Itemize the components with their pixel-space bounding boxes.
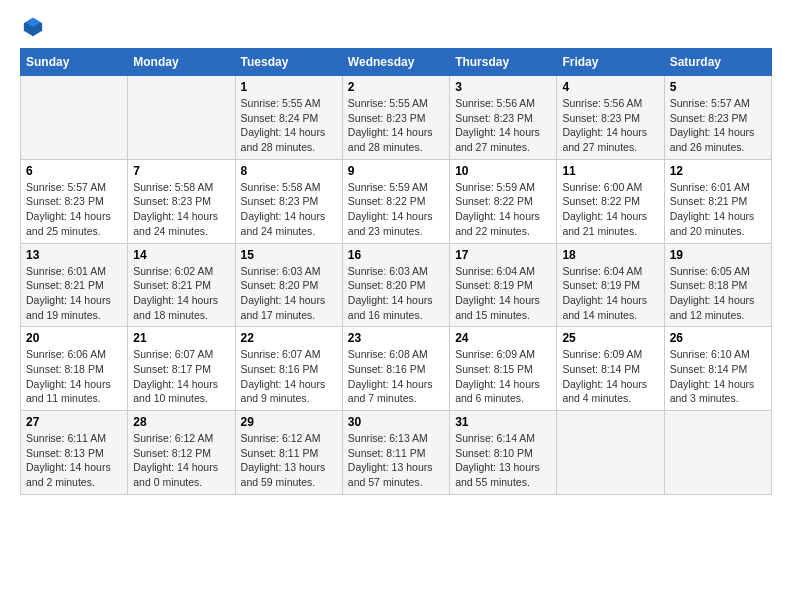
cell-content: Sunrise: 6:08 AMSunset: 8:16 PMDaylight:… <box>348 347 444 406</box>
calendar-cell: 24Sunrise: 6:09 AMSunset: 8:15 PMDayligh… <box>450 327 557 411</box>
day-number: 8 <box>241 164 337 178</box>
day-number: 28 <box>133 415 229 429</box>
day-number: 11 <box>562 164 658 178</box>
cell-content: Sunrise: 6:04 AMSunset: 8:19 PMDaylight:… <box>455 264 551 323</box>
day-number: 20 <box>26 331 122 345</box>
cell-content: Sunrise: 6:11 AMSunset: 8:13 PMDaylight:… <box>26 431 122 490</box>
calendar-cell: 5Sunrise: 5:57 AMSunset: 8:23 PMDaylight… <box>664 76 771 160</box>
cell-content: Sunrise: 6:05 AMSunset: 8:18 PMDaylight:… <box>670 264 766 323</box>
calendar-cell: 12Sunrise: 6:01 AMSunset: 8:21 PMDayligh… <box>664 159 771 243</box>
cell-content: Sunrise: 6:01 AMSunset: 8:21 PMDaylight:… <box>670 180 766 239</box>
cell-content: Sunrise: 6:12 AMSunset: 8:11 PMDaylight:… <box>241 431 337 490</box>
calendar-cell: 19Sunrise: 6:05 AMSunset: 8:18 PMDayligh… <box>664 243 771 327</box>
day-number: 17 <box>455 248 551 262</box>
calendar-cell: 29Sunrise: 6:12 AMSunset: 8:11 PMDayligh… <box>235 411 342 495</box>
cell-content: Sunrise: 5:56 AMSunset: 8:23 PMDaylight:… <box>455 96 551 155</box>
calendar-cell: 15Sunrise: 6:03 AMSunset: 8:20 PMDayligh… <box>235 243 342 327</box>
calendar-week-1: 1Sunrise: 5:55 AMSunset: 8:24 PMDaylight… <box>21 76 772 160</box>
day-number: 1 <box>241 80 337 94</box>
calendar-cell: 18Sunrise: 6:04 AMSunset: 8:19 PMDayligh… <box>557 243 664 327</box>
calendar-cell <box>557 411 664 495</box>
cell-content: Sunrise: 5:59 AMSunset: 8:22 PMDaylight:… <box>348 180 444 239</box>
cell-content: Sunrise: 6:13 AMSunset: 8:11 PMDaylight:… <box>348 431 444 490</box>
calendar-cell: 20Sunrise: 6:06 AMSunset: 8:18 PMDayligh… <box>21 327 128 411</box>
day-number: 27 <box>26 415 122 429</box>
calendar-cell: 9Sunrise: 5:59 AMSunset: 8:22 PMDaylight… <box>342 159 449 243</box>
cell-content: Sunrise: 6:00 AMSunset: 8:22 PMDaylight:… <box>562 180 658 239</box>
cell-content: Sunrise: 5:55 AMSunset: 8:23 PMDaylight:… <box>348 96 444 155</box>
calendar-cell: 28Sunrise: 6:12 AMSunset: 8:12 PMDayligh… <box>128 411 235 495</box>
calendar-cell: 14Sunrise: 6:02 AMSunset: 8:21 PMDayligh… <box>128 243 235 327</box>
day-number: 12 <box>670 164 766 178</box>
day-number: 5 <box>670 80 766 94</box>
day-number: 9 <box>348 164 444 178</box>
calendar-cell: 6Sunrise: 5:57 AMSunset: 8:23 PMDaylight… <box>21 159 128 243</box>
calendar-cell <box>128 76 235 160</box>
calendar-week-4: 20Sunrise: 6:06 AMSunset: 8:18 PMDayligh… <box>21 327 772 411</box>
cell-content: Sunrise: 6:14 AMSunset: 8:10 PMDaylight:… <box>455 431 551 490</box>
day-number: 26 <box>670 331 766 345</box>
day-number: 2 <box>348 80 444 94</box>
page-header <box>20 16 772 38</box>
calendar-week-3: 13Sunrise: 6:01 AMSunset: 8:21 PMDayligh… <box>21 243 772 327</box>
calendar-cell <box>664 411 771 495</box>
day-number: 4 <box>562 80 658 94</box>
cell-content: Sunrise: 6:07 AMSunset: 8:17 PMDaylight:… <box>133 347 229 406</box>
col-header-thursday: Thursday <box>450 49 557 76</box>
cell-content: Sunrise: 5:57 AMSunset: 8:23 PMDaylight:… <box>670 96 766 155</box>
cell-content: Sunrise: 6:09 AMSunset: 8:15 PMDaylight:… <box>455 347 551 406</box>
cell-content: Sunrise: 5:59 AMSunset: 8:22 PMDaylight:… <box>455 180 551 239</box>
day-number: 13 <box>26 248 122 262</box>
cell-content: Sunrise: 5:55 AMSunset: 8:24 PMDaylight:… <box>241 96 337 155</box>
day-number: 23 <box>348 331 444 345</box>
calendar-week-2: 6Sunrise: 5:57 AMSunset: 8:23 PMDaylight… <box>21 159 772 243</box>
calendar-cell: 26Sunrise: 6:10 AMSunset: 8:14 PMDayligh… <box>664 327 771 411</box>
day-number: 14 <box>133 248 229 262</box>
cell-content: Sunrise: 6:10 AMSunset: 8:14 PMDaylight:… <box>670 347 766 406</box>
cell-content: Sunrise: 6:12 AMSunset: 8:12 PMDaylight:… <box>133 431 229 490</box>
cell-content: Sunrise: 6:03 AMSunset: 8:20 PMDaylight:… <box>348 264 444 323</box>
cell-content: Sunrise: 5:56 AMSunset: 8:23 PMDaylight:… <box>562 96 658 155</box>
calendar-table: SundayMondayTuesdayWednesdayThursdayFrid… <box>20 48 772 495</box>
day-number: 18 <box>562 248 658 262</box>
calendar-cell <box>21 76 128 160</box>
day-number: 29 <box>241 415 337 429</box>
calendar-cell: 3Sunrise: 5:56 AMSunset: 8:23 PMDaylight… <box>450 76 557 160</box>
col-header-saturday: Saturday <box>664 49 771 76</box>
calendar-cell: 17Sunrise: 6:04 AMSunset: 8:19 PMDayligh… <box>450 243 557 327</box>
cell-content: Sunrise: 5:58 AMSunset: 8:23 PMDaylight:… <box>133 180 229 239</box>
calendar-cell: 10Sunrise: 5:59 AMSunset: 8:22 PMDayligh… <box>450 159 557 243</box>
day-number: 31 <box>455 415 551 429</box>
day-number: 16 <box>348 248 444 262</box>
day-number: 22 <box>241 331 337 345</box>
day-number: 25 <box>562 331 658 345</box>
cell-content: Sunrise: 6:02 AMSunset: 8:21 PMDaylight:… <box>133 264 229 323</box>
col-header-wednesday: Wednesday <box>342 49 449 76</box>
calendar-cell: 11Sunrise: 6:00 AMSunset: 8:22 PMDayligh… <box>557 159 664 243</box>
cell-content: Sunrise: 6:04 AMSunset: 8:19 PMDaylight:… <box>562 264 658 323</box>
calendar-cell: 1Sunrise: 5:55 AMSunset: 8:24 PMDaylight… <box>235 76 342 160</box>
col-header-friday: Friday <box>557 49 664 76</box>
day-number: 21 <box>133 331 229 345</box>
cell-content: Sunrise: 6:07 AMSunset: 8:16 PMDaylight:… <box>241 347 337 406</box>
day-number: 15 <box>241 248 337 262</box>
calendar-cell: 21Sunrise: 6:07 AMSunset: 8:17 PMDayligh… <box>128 327 235 411</box>
col-header-sunday: Sunday <box>21 49 128 76</box>
day-number: 10 <box>455 164 551 178</box>
day-number: 6 <box>26 164 122 178</box>
calendar-cell: 16Sunrise: 6:03 AMSunset: 8:20 PMDayligh… <box>342 243 449 327</box>
cell-content: Sunrise: 6:06 AMSunset: 8:18 PMDaylight:… <box>26 347 122 406</box>
day-number: 19 <box>670 248 766 262</box>
calendar-cell: 13Sunrise: 6:01 AMSunset: 8:21 PMDayligh… <box>21 243 128 327</box>
calendar-cell: 23Sunrise: 6:08 AMSunset: 8:16 PMDayligh… <box>342 327 449 411</box>
calendar-cell: 8Sunrise: 5:58 AMSunset: 8:23 PMDaylight… <box>235 159 342 243</box>
calendar-cell: 22Sunrise: 6:07 AMSunset: 8:16 PMDayligh… <box>235 327 342 411</box>
day-number: 7 <box>133 164 229 178</box>
calendar-cell: 27Sunrise: 6:11 AMSunset: 8:13 PMDayligh… <box>21 411 128 495</box>
calendar-cell: 25Sunrise: 6:09 AMSunset: 8:14 PMDayligh… <box>557 327 664 411</box>
cell-content: Sunrise: 6:09 AMSunset: 8:14 PMDaylight:… <box>562 347 658 406</box>
col-header-monday: Monday <box>128 49 235 76</box>
calendar-cell: 31Sunrise: 6:14 AMSunset: 8:10 PMDayligh… <box>450 411 557 495</box>
calendar-cell: 2Sunrise: 5:55 AMSunset: 8:23 PMDaylight… <box>342 76 449 160</box>
calendar-cell: 4Sunrise: 5:56 AMSunset: 8:23 PMDaylight… <box>557 76 664 160</box>
